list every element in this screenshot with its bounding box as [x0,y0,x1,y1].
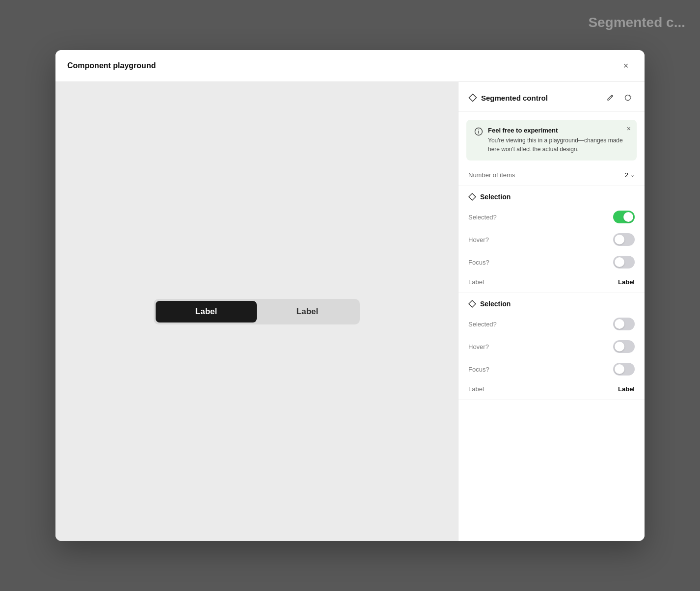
prop-row-label-1: Label Label [458,273,645,291]
modal-body: Label Label Segmented control [55,82,645,541]
prop-row-hover-2: Hover? [458,335,645,358]
prop-label-hover-2: Hover? [468,343,489,350]
panel-actions [603,91,635,105]
toggle-focus-2[interactable] [613,363,635,376]
info-text-block: Feel free to experiment You're viewing t… [488,127,629,154]
chevron-down-icon: ⌄ [630,172,635,178]
prop-label-hover-1: Hover? [468,236,489,243]
modal-title: Component playground [67,61,156,70]
section-2-diamond-icon [468,300,476,308]
prop-label-selected-1: Selected? [468,214,497,221]
info-icon [474,127,483,136]
section-2-title: Selection [480,300,511,308]
toggle-hover-1[interactable] [613,233,635,246]
refresh-button[interactable] [621,91,635,105]
prop-value-label-1: Label [618,278,635,286]
close-icon: × [623,61,629,71]
diamond-icon [468,93,477,102]
edit-button[interactable] [603,91,617,105]
prop-label-label-2: Label [468,385,484,393]
banner-close-button[interactable]: × [627,125,631,133]
panel-header: Segmented control [458,82,645,112]
modal-header: Component playground × [55,50,645,82]
prop-row-focus-2: Focus? [458,358,645,380]
section-1-title: Selection [480,193,511,201]
prop-row-selected-2: Selected? [458,313,645,335]
panel-title: Segmented control [481,94,548,102]
prop-row-hover-1: Hover? [458,228,645,251]
canvas-area: Label Label [55,82,458,541]
modal: Component playground × Label Label Segme… [55,50,645,541]
segment-button-2[interactable]: Label [257,301,358,322]
section-selection-2: Selection Selected? Hover? Focus? [458,293,645,400]
prop-label-focus-2: Focus? [468,366,489,373]
items-count-row: Number of items 2 ⌄ [458,164,645,186]
right-panel: Segmented control [458,82,645,541]
section-1-header: Selection [458,186,645,206]
toggle-selected-2[interactable] [613,318,635,330]
toggle-hover-2[interactable] [613,340,635,353]
section-2-header: Selection [458,293,645,313]
segmented-control: Label Label [154,299,360,324]
prop-row-selected-1: Selected? [458,206,645,228]
prop-value-label-2: Label [618,385,635,393]
prop-label-selected-2: Selected? [468,321,497,328]
panel-title-row: Segmented control [468,93,548,102]
section-1-diamond-icon [468,193,476,201]
info-title: Feel free to experiment [488,127,629,134]
banner-close-icon: × [627,125,631,133]
prop-label-label-1: Label [468,278,484,286]
toggle-selected-1[interactable] [613,211,635,223]
toggle-focus-1[interactable] [613,256,635,269]
prop-row-label-2: Label Label [458,380,645,398]
items-count-dropdown[interactable]: 2 ⌄ [625,171,635,179]
svg-point-1 [478,130,479,131]
edit-icon [606,94,614,102]
info-body: You're viewing this in a playground—chan… [488,136,629,154]
info-banner: Feel free to experiment You're viewing t… [466,120,637,161]
prop-row-focus-1: Focus? [458,251,645,273]
items-count-value: 2 [625,171,628,179]
refresh-icon [624,94,632,102]
close-button[interactable]: × [619,59,633,73]
section-selection-1: Selection Selected? Hover? Focus? [458,186,645,293]
segment-button-1[interactable]: Label [156,301,257,322]
prop-label-focus-1: Focus? [468,259,489,266]
items-count-label: Number of items [468,171,515,179]
background-text: Segmented c... [578,5,695,40]
